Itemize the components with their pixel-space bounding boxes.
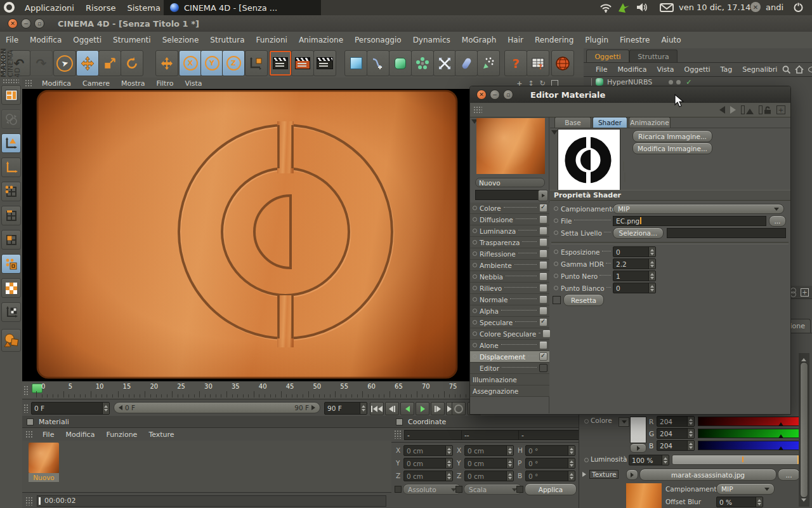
window-close-button[interactable]: ✕	[8, 18, 18, 29]
taskbar-window-button[interactable]: CINEMA 4D - [Senza ...	[164, 0, 321, 15]
reload-image-button[interactable]: Ricarica Immagine...	[632, 130, 712, 142]
material-search-field[interactable]	[475, 190, 542, 200]
channel-checkbox[interactable]	[539, 318, 547, 326]
system-menu-item[interactable]: Sistema	[121, 3, 166, 13]
previous-key-button[interactable]	[385, 402, 399, 415]
lock-icon[interactable]	[759, 105, 771, 114]
scale-y-spinner[interactable]: 0 cm	[464, 458, 514, 469]
mode2-dropdown[interactable]: Scala	[464, 484, 522, 495]
color-gradient-slider[interactable]	[698, 441, 801, 450]
material-channel-row[interactable]: Alpha	[470, 305, 549, 317]
help-button[interactable]: ?	[504, 50, 527, 76]
objects-menu-item[interactable]: Oggetti	[679, 65, 716, 74]
current-frame-spinner[interactable]: 0 F	[31, 402, 110, 415]
end-frame-spinner[interactable]: 90 F	[324, 402, 367, 415]
redo-button[interactable]: ↷	[30, 50, 53, 76]
color-preset-dropdown[interactable]	[619, 417, 629, 427]
material-channel-row[interactable]: Assegnazione	[470, 385, 549, 397]
color-expand-button[interactable]	[630, 443, 646, 453]
objects-menu-item[interactable]: File	[591, 65, 612, 74]
campionamento-dropdown[interactable]: MIP	[613, 204, 784, 214]
scroll-down-icon[interactable]	[801, 498, 806, 504]
spline-pen-button[interactable]	[367, 50, 390, 76]
channel-checkbox[interactable]	[539, 364, 547, 372]
punto-nero-spinner[interactable]: 1	[613, 271, 656, 281]
material-channel-row[interactable]: Normale	[470, 294, 549, 305]
lock-x-button[interactable]: X	[179, 50, 202, 76]
anim-dot[interactable]	[584, 458, 589, 462]
layout-button[interactable]	[1, 85, 21, 105]
dialog-maximize-button[interactable]: ▫	[503, 90, 513, 100]
gamma-spinner[interactable]: 2.2	[613, 258, 656, 269]
eye-icon[interactable]	[808, 67, 812, 72]
material-channel-row[interactable]: Nebbia	[470, 271, 549, 283]
history-back-icon[interactable]	[719, 106, 725, 114]
channel-checkbox[interactable]	[539, 238, 547, 246]
search-popup-button[interactable]	[538, 190, 548, 201]
material-channel-row[interactable]: Luminanza	[470, 225, 549, 237]
rot-h-spinner[interactable]: 0 °	[525, 445, 575, 456]
mode1-dropdown[interactable]: Assoluto	[403, 484, 461, 495]
material-preview[interactable]	[476, 118, 545, 174]
array-object-button[interactable]	[411, 50, 434, 76]
livello-field[interactable]	[667, 228, 786, 238]
material-name-field[interactable]: Nuovo	[475, 178, 545, 187]
channel-checkbox[interactable]	[539, 272, 547, 281]
bird-app-icon[interactable]	[617, 1, 631, 14]
mail-icon[interactable]	[660, 3, 674, 12]
channel-checkbox[interactable]	[542, 330, 551, 338]
pos-y-spinner[interactable]: 0 cm	[403, 458, 453, 469]
file-browse-button[interactable]: ...	[769, 215, 786, 227]
viewport-menu-item[interactable]: Modifica	[36, 79, 77, 88]
frame-range-slider[interactable]: 0 F 90 F	[114, 402, 320, 413]
window-maximize-button[interactable]: ▫	[34, 18, 44, 29]
color-gradient-slider[interactable]	[698, 417, 801, 426]
points-mode-button[interactable]	[1, 182, 21, 201]
scale-tool-button[interactable]	[98, 50, 121, 76]
app-menu-item[interactable]: Oggetti	[67, 36, 107, 44]
volume-icon[interactable]	[636, 3, 648, 12]
add-icon[interactable]: +	[801, 288, 809, 297]
lock-z-button[interactable]: Z	[222, 50, 245, 76]
material-channel-row[interactable]: Editor	[470, 363, 549, 374]
visibility-dot-bottom[interactable]	[676, 80, 681, 84]
transport-grip[interactable]	[23, 404, 29, 413]
move-tool-button[interactable]	[76, 50, 99, 76]
materials-menu-item[interactable]: Modifica	[60, 431, 100, 439]
app-menu-item[interactable]: Funzioni	[251, 36, 293, 44]
texture-browse-button[interactable]: ...	[778, 469, 800, 481]
coordinate-panel-titlebar[interactable]: Coordinate	[391, 416, 579, 428]
polygons-mode-button[interactable]	[1, 230, 21, 250]
materials-list[interactable]: Nuovo	[22, 441, 391, 492]
dialog-grip[interactable]	[473, 106, 482, 114]
scroll-up-icon[interactable]	[801, 356, 806, 361]
material-name-label[interactable]: Nuovo	[29, 473, 59, 482]
primitive-cube-button[interactable]	[344, 50, 367, 76]
luminosita-spinner[interactable]: 100 %	[629, 455, 669, 465]
app-menu-item[interactable]: Personaggio	[349, 36, 407, 44]
content-browser-button[interactable]	[551, 50, 574, 76]
channel-checkbox[interactable]	[539, 261, 547, 269]
channel-value-spinner[interactable]: 204	[657, 440, 695, 451]
app-menu-item[interactable]: Modifica	[24, 36, 67, 44]
history-forward-icon[interactable]	[730, 106, 736, 114]
object-axis-button[interactable]	[1, 157, 21, 177]
materials-panel-titlebar[interactable]: Materiali	[22, 416, 391, 428]
reset-checkbox[interactable]	[553, 296, 561, 304]
range-left-arrow-icon[interactable]	[119, 405, 122, 410]
app-menu-item[interactable]: Finestre	[614, 36, 655, 44]
material-thumbnail[interactable]	[29, 443, 59, 473]
channel-value-spinner[interactable]: 204	[657, 416, 695, 427]
system-menu-item[interactable]: Applicazioni	[19, 3, 80, 13]
app-menu-item[interactable]: Struttura	[204, 36, 250, 44]
app-menu-item[interactable]: MoGraph	[456, 36, 502, 44]
channel-checkbox[interactable]	[539, 341, 547, 349]
status-grip[interactable]	[25, 497, 33, 505]
coord-header-field-1[interactable]: -	[404, 430, 465, 440]
rot-p-spinner[interactable]: 0 °	[525, 458, 575, 469]
xpresso-button[interactable]: ?	[527, 50, 549, 76]
range-right-arrow-icon[interactable]	[311, 405, 315, 410]
dialog-titlebar[interactable]: ✕ − ▫ Editor Materiale	[470, 86, 790, 103]
coord-header-field-2[interactable]: --	[461, 430, 522, 440]
texture-popup-button[interactable]	[626, 469, 638, 480]
